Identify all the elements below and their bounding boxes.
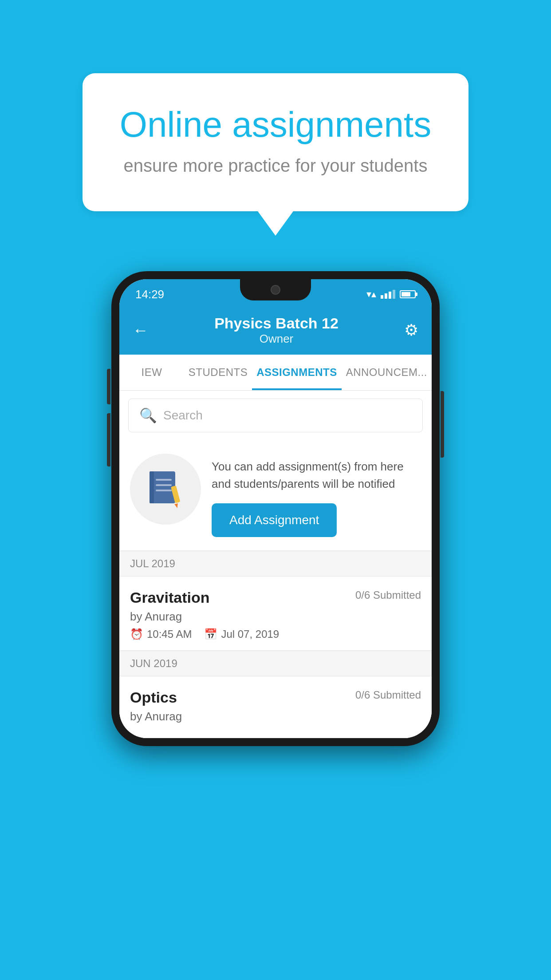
phone-side-btn-vol-up xyxy=(107,369,110,404)
phone-side-btn-vol-down xyxy=(107,413,110,466)
svg-marker-6 xyxy=(174,503,179,509)
assignment-name-optics: Optics xyxy=(130,689,177,706)
tab-announcements[interactable]: ANNOUNCEM... xyxy=(342,355,432,390)
assignment-date: 📅 Jul 07, 2019 xyxy=(204,628,279,640)
svg-rect-4 xyxy=(156,490,172,491)
assignment-item-optics[interactable]: Optics 0/6 Submitted by Anurag xyxy=(119,676,432,738)
submitted-badge: 0/6 Submitted xyxy=(355,589,421,601)
svg-rect-1 xyxy=(150,471,154,503)
speech-bubble-title: Online assignments xyxy=(118,104,433,145)
assignment-by-optics: by Anurag xyxy=(130,710,421,723)
svg-rect-3 xyxy=(156,484,172,486)
svg-rect-2 xyxy=(156,479,172,481)
assignment-time: ⏰ 10:45 AM xyxy=(130,628,192,640)
info-text-section: You can add assignment(s) from here and … xyxy=(212,454,421,537)
phone-notch xyxy=(240,279,311,300)
calendar-icon: 📅 xyxy=(204,628,217,640)
battery-icon xyxy=(400,290,416,298)
signal-icon xyxy=(381,290,395,299)
search-placeholder: Search xyxy=(163,408,203,423)
submitted-badge-optics: 0/6 Submitted xyxy=(355,689,421,701)
notebook-icon xyxy=(148,469,183,509)
phone-screen: 14:29 ▾▴ xyxy=(119,279,432,738)
wifi-icon: ▾▴ xyxy=(366,288,376,300)
status-icons: ▾▴ xyxy=(366,288,416,300)
phone-outer: 14:29 ▾▴ xyxy=(111,271,440,746)
assignment-name: Gravitation xyxy=(130,589,209,606)
speech-bubble: Online assignments ensure more practice … xyxy=(83,73,468,211)
speech-bubble-arrow xyxy=(258,211,293,236)
search-container: 🔍 Search xyxy=(119,391,432,440)
info-card: You can add assignment(s) from here and … xyxy=(119,440,432,551)
assignment-item-header-optics: Optics 0/6 Submitted xyxy=(130,689,421,706)
clock-icon: ⏰ xyxy=(130,628,143,640)
app-header: ← Physics Batch 12 Owner ⚙ xyxy=(119,306,432,355)
tab-iew[interactable]: IEW xyxy=(119,355,184,390)
date-value: Jul 07, 2019 xyxy=(221,628,279,640)
phone-wrapper: 14:29 ▾▴ xyxy=(111,271,440,746)
header-subtitle: Owner xyxy=(214,332,338,346)
section-jul-2019: JUL 2019 xyxy=(119,551,432,577)
tab-assignments[interactable]: ASSIGNMENTS xyxy=(252,355,342,390)
assignment-item-header: Gravitation 0/6 Submitted xyxy=(130,589,421,606)
search-icon: 🔍 xyxy=(139,407,157,424)
add-assignment-button[interactable]: Add Assignment xyxy=(212,503,337,537)
tab-students[interactable]: STUDENTS xyxy=(184,355,252,390)
search-input[interactable]: 🔍 Search xyxy=(128,399,423,432)
assignment-by: by Anurag xyxy=(130,610,421,624)
section-jun-2019: JUN 2019 xyxy=(119,651,432,676)
speech-bubble-subtitle: ensure more practice for your students xyxy=(118,156,433,176)
assignment-meta: ⏰ 10:45 AM 📅 Jul 07, 2019 xyxy=(130,628,421,640)
assignment-icon-circle xyxy=(130,454,201,525)
header-title: Physics Batch 12 xyxy=(214,315,338,332)
assignment-item-gravitation[interactable]: Gravitation 0/6 Submitted by Anurag ⏰ 10… xyxy=(119,577,432,651)
info-description: You can add assignment(s) from here and … xyxy=(212,458,421,493)
phone-camera xyxy=(271,285,280,295)
back-button[interactable]: ← xyxy=(133,321,149,340)
time-value: 10:45 AM xyxy=(147,628,192,640)
status-time: 14:29 xyxy=(135,288,164,301)
speech-bubble-container: Online assignments ensure more practice … xyxy=(83,73,468,236)
phone-side-btn-power xyxy=(441,391,444,458)
settings-button[interactable]: ⚙ xyxy=(404,321,418,340)
tabs-container: IEW STUDENTS ASSIGNMENTS ANNOUNCEM... xyxy=(119,355,432,391)
header-title-group: Physics Batch 12 Owner xyxy=(214,315,338,346)
